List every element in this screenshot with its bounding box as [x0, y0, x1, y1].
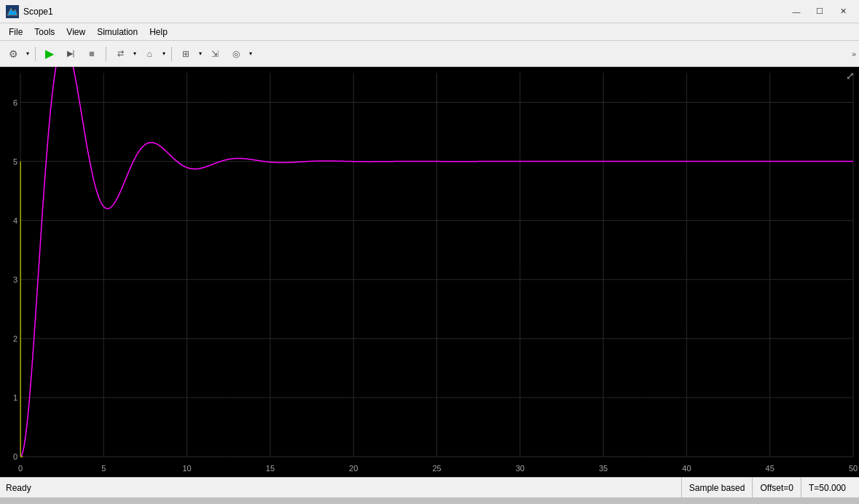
menu-file[interactable]: File — [3, 25, 28, 39]
input-signal-arrow[interactable]: ▾ — [131, 44, 138, 63]
title-bar: Scope1 — ☐ ✕ — [0, 0, 859, 23]
output-signal-button[interactable]: ⌂ — [139, 44, 160, 63]
layout-button[interactable]: ⊞ — [176, 44, 196, 63]
menu-simulation[interactable]: Simulation — [91, 25, 144, 39]
toolbar-layout-group: ⊞ ▾ ⇲ ◎ ▾ — [176, 44, 254, 63]
toolbar-run-group: ▶ ▶| ■ — [39, 44, 102, 63]
style-arrow[interactable]: ▾ — [247, 44, 254, 63]
expand-toolbar-icon[interactable]: » — [852, 50, 856, 58]
status-time: T=50.000 — [801, 478, 853, 498]
matlab-logo — [6, 5, 19, 18]
output-signal-arrow[interactable]: ▾ — [160, 44, 168, 63]
window-title: Scope1 — [23, 7, 786, 17]
menu-bar: File Tools View Simulation Help — [0, 23, 859, 41]
style-button[interactable]: ◎ — [226, 44, 246, 63]
window-controls: — ☐ ✕ — [786, 4, 853, 19]
status-right: Sample based Offset=0 T=50.000 — [681, 478, 853, 498]
settings-arrow[interactable]: ▾ — [24, 44, 31, 63]
minimize-button[interactable]: — — [786, 4, 807, 19]
toolbar-signal-group: ⇄ ▾ ⌂ ▾ — [110, 44, 168, 63]
close-button[interactable]: ✕ — [833, 4, 853, 19]
link-button[interactable]: ⇲ — [205, 44, 225, 63]
plot-expand-icon[interactable]: ⤢ — [846, 70, 855, 82]
toolbar: ⚙ ▾ ▶ ▶| ■ ⇄ ▾ ⌂ ▾ ⊞ ▾ ⇲ ◎ ▾ » — [0, 41, 859, 67]
status-bar: Ready Sample based Offset=0 T=50.000 — [0, 477, 859, 497]
status-sample-based: Sample based — [681, 478, 753, 498]
plot-area: ⤢ — [0, 67, 859, 477]
status-ready: Ready — [6, 483, 681, 493]
toolbar-sep-3 — [171, 47, 172, 61]
step-button[interactable]: ▶| — [60, 44, 81, 63]
stop-button[interactable]: ■ — [82, 44, 102, 63]
toolbar-sep-2 — [106, 47, 106, 61]
layout-arrow[interactable]: ▾ — [197, 44, 204, 63]
run-button[interactable]: ▶ — [39, 44, 60, 63]
menu-tools[interactable]: Tools — [28, 25, 60, 39]
settings-button[interactable]: ⚙ — [3, 44, 23, 63]
menu-help[interactable]: Help — [144, 25, 173, 39]
toolbar-settings-group: ⚙ ▾ — [3, 44, 31, 63]
toolbar-sep-1 — [35, 47, 36, 61]
menu-view[interactable]: View — [60, 25, 91, 39]
status-offset: Offset=0 — [752, 478, 800, 498]
input-signal-button[interactable]: ⇄ — [110, 44, 130, 63]
maximize-button[interactable]: ☐ — [809, 4, 830, 19]
plot-canvas — [0, 67, 859, 477]
